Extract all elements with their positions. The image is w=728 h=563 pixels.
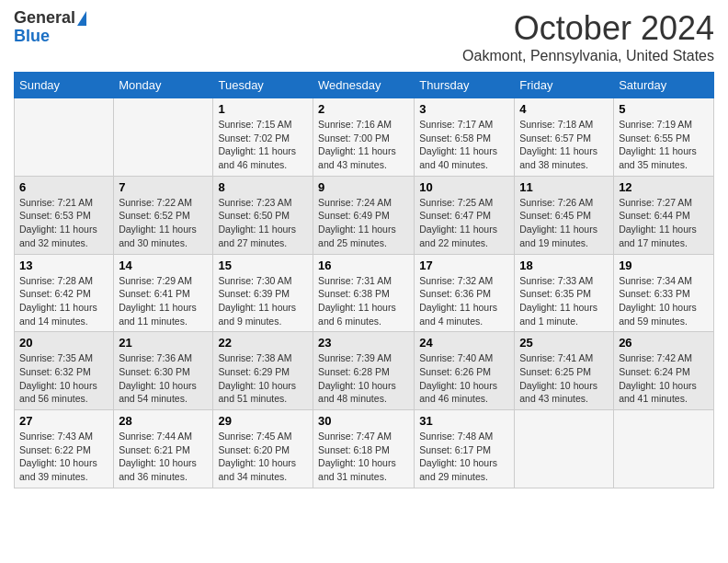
- day-number: 26: [619, 336, 709, 350]
- calendar-header-row: SundayMondayTuesdayWednesdayThursdayFrid…: [15, 73, 714, 98]
- calendar-cell: 23Sunrise: 7:39 AM Sunset: 6:28 PM Dayli…: [313, 332, 415, 410]
- cell-content: Sunrise: 7:34 AM Sunset: 6:33 PM Dayligh…: [619, 274, 709, 328]
- header-monday: Monday: [114, 73, 213, 98]
- day-number: 23: [318, 336, 409, 350]
- calendar-cell: 8Sunrise: 7:23 AM Sunset: 6:50 PM Daylig…: [213, 176, 313, 254]
- header-wednesday: Wednesday: [313, 73, 415, 98]
- cell-content: Sunrise: 7:33 AM Sunset: 6:35 PM Dayligh…: [519, 274, 609, 328]
- calendar-cell: 9Sunrise: 7:24 AM Sunset: 6:49 PM Daylig…: [313, 176, 415, 254]
- calendar-table: SundayMondayTuesdayWednesdayThursdayFrid…: [14, 72, 714, 488]
- calendar-cell: 12Sunrise: 7:27 AM Sunset: 6:44 PM Dayli…: [614, 176, 714, 254]
- day-number: 18: [519, 259, 609, 272]
- calendar-cell: 25Sunrise: 7:41 AM Sunset: 6:25 PM Dayli…: [515, 332, 614, 410]
- cell-content: Sunrise: 7:47 AM Sunset: 6:18 PM Dayligh…: [318, 430, 409, 484]
- month-title: October 2024: [462, 9, 714, 48]
- cell-content: Sunrise: 7:44 AM Sunset: 6:21 PM Dayligh…: [119, 430, 208, 484]
- cell-content: Sunrise: 7:41 AM Sunset: 6:25 PM Dayligh…: [519, 351, 609, 406]
- calendar-cell: 31Sunrise: 7:48 AM Sunset: 6:17 PM Dayli…: [415, 410, 515, 488]
- calendar-cell: 20Sunrise: 7:35 AM Sunset: 6:32 PM Dayli…: [15, 332, 114, 410]
- day-number: 28: [119, 414, 208, 428]
- calendar-cell: 14Sunrise: 7:29 AM Sunset: 6:41 PM Dayli…: [114, 254, 213, 332]
- calendar-cell: [515, 410, 614, 488]
- calendar-cell: 18Sunrise: 7:33 AM Sunset: 6:35 PM Dayli…: [515, 254, 614, 332]
- day-number: 9: [318, 180, 409, 194]
- cell-content: Sunrise: 7:36 AM Sunset: 6:30 PM Dayligh…: [119, 351, 208, 406]
- calendar-cell: 6Sunrise: 7:21 AM Sunset: 6:53 PM Daylig…: [15, 176, 114, 254]
- day-number: 1: [218, 102, 308, 116]
- day-number: 6: [19, 180, 108, 194]
- calendar-cell: 10Sunrise: 7:25 AM Sunset: 6:47 PM Dayli…: [415, 176, 515, 254]
- cell-content: Sunrise: 7:30 AM Sunset: 6:39 PM Dayligh…: [218, 274, 308, 328]
- day-number: 2: [318, 102, 409, 116]
- day-number: 22: [218, 336, 308, 350]
- cell-content: Sunrise: 7:28 AM Sunset: 6:42 PM Dayligh…: [19, 274, 108, 328]
- logo: General Blue: [14, 9, 86, 46]
- header-friday: Friday: [515, 73, 614, 98]
- day-number: 25: [519, 336, 609, 350]
- day-number: 4: [519, 102, 609, 116]
- header-thursday: Thursday: [415, 73, 515, 98]
- day-number: 5: [619, 102, 709, 116]
- cell-content: Sunrise: 7:29 AM Sunset: 6:41 PM Dayligh…: [119, 274, 208, 328]
- cell-content: Sunrise: 7:19 AM Sunset: 6:55 PM Dayligh…: [619, 118, 709, 172]
- cell-content: Sunrise: 7:42 AM Sunset: 6:24 PM Dayligh…: [619, 351, 709, 406]
- day-number: 13: [19, 259, 108, 272]
- cell-content: Sunrise: 7:21 AM Sunset: 6:53 PM Dayligh…: [19, 196, 108, 250]
- calendar-cell: 4Sunrise: 7:18 AM Sunset: 6:57 PM Daylig…: [515, 98, 614, 177]
- calendar-cell: [15, 98, 114, 177]
- logo-text-blue: Blue: [14, 28, 50, 46]
- day-number: 10: [419, 180, 509, 194]
- header-tuesday: Tuesday: [213, 73, 313, 98]
- cell-content: Sunrise: 7:18 AM Sunset: 6:57 PM Dayligh…: [519, 118, 609, 172]
- day-number: 20: [19, 336, 108, 350]
- cell-content: Sunrise: 7:23 AM Sunset: 6:50 PM Dayligh…: [218, 196, 308, 250]
- cell-content: Sunrise: 7:45 AM Sunset: 6:20 PM Dayligh…: [218, 430, 308, 484]
- location-title: Oakmont, Pennsylvania, United States: [462, 48, 714, 64]
- calendar-cell: [114, 98, 213, 177]
- day-number: 11: [519, 180, 609, 194]
- cell-content: Sunrise: 7:39 AM Sunset: 6:28 PM Dayligh…: [318, 351, 409, 406]
- calendar-cell: 13Sunrise: 7:28 AM Sunset: 6:42 PM Dayli…: [15, 254, 114, 332]
- calendar-cell: 21Sunrise: 7:36 AM Sunset: 6:30 PM Dayli…: [114, 332, 213, 410]
- header-sunday: Sunday: [15, 73, 114, 98]
- calendar-cell: 16Sunrise: 7:31 AM Sunset: 6:38 PM Dayli…: [313, 254, 415, 332]
- calendar-cell: 27Sunrise: 7:43 AM Sunset: 6:22 PM Dayli…: [15, 410, 114, 488]
- day-number: 16: [318, 259, 409, 272]
- title-section: October 2024 Oakmont, Pennsylvania, Unit…: [462, 9, 714, 64]
- week-row-4: 20Sunrise: 7:35 AM Sunset: 6:32 PM Dayli…: [15, 332, 714, 410]
- logo-text-general: General: [14, 9, 75, 28]
- page-header: General Blue October 2024 Oakmont, Penns…: [14, 9, 714, 64]
- cell-content: Sunrise: 7:48 AM Sunset: 6:17 PM Dayligh…: [419, 430, 509, 484]
- week-row-1: 1Sunrise: 7:15 AM Sunset: 7:02 PM Daylig…: [15, 98, 714, 177]
- calendar-cell: 2Sunrise: 7:16 AM Sunset: 7:00 PM Daylig…: [313, 98, 415, 177]
- day-number: 14: [119, 259, 208, 272]
- day-number: 19: [619, 259, 709, 272]
- cell-content: Sunrise: 7:35 AM Sunset: 6:32 PM Dayligh…: [19, 351, 108, 406]
- header-saturday: Saturday: [614, 73, 714, 98]
- calendar-cell: 22Sunrise: 7:38 AM Sunset: 6:29 PM Dayli…: [213, 332, 313, 410]
- day-number: 30: [318, 414, 409, 428]
- cell-content: Sunrise: 7:32 AM Sunset: 6:36 PM Dayligh…: [419, 274, 509, 328]
- week-row-5: 27Sunrise: 7:43 AM Sunset: 6:22 PM Dayli…: [15, 410, 714, 488]
- cell-content: Sunrise: 7:15 AM Sunset: 7:02 PM Dayligh…: [218, 118, 308, 172]
- calendar-cell: 3Sunrise: 7:17 AM Sunset: 6:58 PM Daylig…: [415, 98, 515, 177]
- calendar-cell: 26Sunrise: 7:42 AM Sunset: 6:24 PM Dayli…: [614, 332, 714, 410]
- day-number: 7: [119, 180, 208, 194]
- day-number: 21: [119, 336, 208, 350]
- calendar-cell: 15Sunrise: 7:30 AM Sunset: 6:39 PM Dayli…: [213, 254, 313, 332]
- day-number: 17: [419, 259, 509, 272]
- calendar-cell: 28Sunrise: 7:44 AM Sunset: 6:21 PM Dayli…: [114, 410, 213, 488]
- calendar-cell: 11Sunrise: 7:26 AM Sunset: 6:45 PM Dayli…: [515, 176, 614, 254]
- day-number: 31: [419, 414, 509, 428]
- calendar-cell: 5Sunrise: 7:19 AM Sunset: 6:55 PM Daylig…: [614, 98, 714, 177]
- day-number: 12: [619, 180, 709, 194]
- calendar-cell: 17Sunrise: 7:32 AM Sunset: 6:36 PM Dayli…: [415, 254, 515, 332]
- cell-content: Sunrise: 7:38 AM Sunset: 6:29 PM Dayligh…: [218, 351, 308, 406]
- logo-triangle-icon: [77, 11, 86, 26]
- day-number: 27: [19, 414, 108, 428]
- cell-content: Sunrise: 7:24 AM Sunset: 6:49 PM Dayligh…: [318, 196, 409, 250]
- day-number: 24: [419, 336, 509, 350]
- week-row-3: 13Sunrise: 7:28 AM Sunset: 6:42 PM Dayli…: [15, 254, 714, 332]
- cell-content: Sunrise: 7:26 AM Sunset: 6:45 PM Dayligh…: [519, 196, 609, 250]
- day-number: 8: [218, 180, 308, 194]
